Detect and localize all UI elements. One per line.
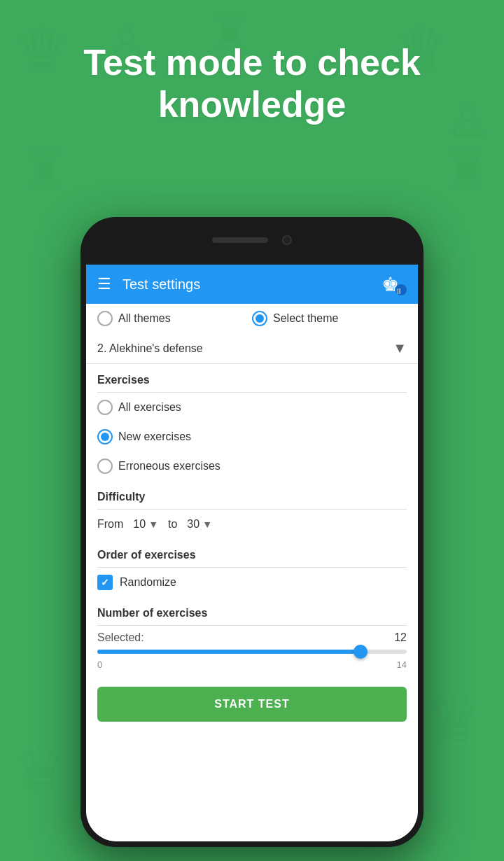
all-exercises-label: All exercises	[118, 401, 181, 414]
to-value: 30	[187, 518, 200, 531]
difficulty-section-header: Difficulty	[86, 481, 418, 509]
to-label: to	[168, 518, 177, 531]
erroneous-exercises-radio[interactable]	[97, 458, 113, 474]
svg-text:II: II	[397, 288, 401, 295]
slider-fill	[97, 650, 360, 654]
selected-value: 12	[394, 631, 407, 644]
slider-info-row: Selected: 12	[97, 631, 407, 644]
all-themes-option[interactable]: All themes	[97, 311, 252, 326]
app-bar-title: Test settings	[122, 276, 370, 293]
from-arrow-icon: ▼	[148, 519, 158, 530]
slider-track[interactable]	[97, 650, 407, 654]
select-theme-radio[interactable]	[252, 311, 267, 326]
checkmark-icon: ✓	[101, 577, 109, 588]
new-exercises-label: New exercises	[118, 430, 191, 443]
from-value-select[interactable]: 10 ▼	[129, 517, 162, 532]
page-title: Test mode to check knowledge	[0, 42, 504, 126]
randomize-row[interactable]: ✓ Randomize	[86, 568, 418, 597]
all-themes-radio[interactable]	[97, 311, 113, 326]
slider-thumb[interactable]	[354, 645, 368, 659]
new-exercises-row[interactable]: New exercises	[86, 422, 418, 451]
background: ♛ ♙ ♛ ♙ ♜ ♛ ♛ ♙ ♙ ♜ ♜ Test mode to check…	[0, 0, 504, 861]
slider-limits: 0 14	[97, 659, 407, 670]
phone-top-bar	[212, 235, 292, 245]
from-label: From	[97, 518, 123, 531]
randomize-label: Randomize	[120, 576, 176, 589]
select-theme-option[interactable]: Select theme	[252, 311, 407, 326]
from-value: 10	[133, 518, 146, 531]
all-exercises-row[interactable]: All exercises	[86, 393, 418, 422]
to-value-select[interactable]: 30 ▼	[183, 517, 216, 532]
app-bar: ☰ Test settings ♚ II	[86, 265, 418, 304]
phone-frame: ☰ Test settings ♚ II	[80, 217, 424, 847]
theme-dropdown-value: 2. Alekhine's defense	[97, 342, 393, 355]
all-themes-label: All themes	[118, 312, 171, 325]
theme-dropdown-arrow-icon: ▼	[393, 340, 407, 356]
exercises-section-header: Exercises	[86, 364, 418, 392]
order-section-header: Order of exercises	[86, 539, 418, 567]
phone-speaker	[212, 237, 268, 243]
phone-camera	[282, 235, 292, 245]
new-exercises-radio[interactable]	[97, 429, 113, 444]
difficulty-row: From 10 ▼ to 30 ▼	[86, 510, 418, 539]
slider-min: 0	[97, 659, 102, 670]
select-theme-label: Select theme	[273, 312, 338, 325]
slider-section: Selected: 12 0 14	[86, 626, 418, 681]
theme-dropdown[interactable]: 2. Alekhine's defense ▼	[86, 333, 418, 364]
selected-label: Selected:	[97, 631, 144, 644]
randomize-checkbox[interactable]: ✓	[97, 575, 113, 590]
start-test-button[interactable]: START TEST	[97, 687, 407, 722]
select-theme-radio-dot	[255, 314, 264, 323]
screen: ☰ Test settings ♚ II	[86, 265, 418, 841]
number-section-header: Number of exercises	[86, 597, 418, 625]
menu-icon[interactable]: ☰	[97, 275, 111, 293]
content-area: All themes Select theme 2. Alekhine's de…	[86, 304, 418, 841]
chess-logo-icon: ♚ II	[382, 272, 407, 297]
erroneous-exercises-row[interactable]: Erroneous exercises	[86, 451, 418, 481]
to-arrow-icon: ▼	[202, 519, 212, 530]
new-exercises-radio-dot	[101, 433, 109, 441]
all-exercises-radio[interactable]	[97, 400, 113, 415]
theme-selection-row: All themes Select theme	[86, 304, 418, 333]
erroneous-exercises-label: Erroneous exercises	[118, 460, 220, 472]
slider-max: 14	[397, 659, 407, 670]
